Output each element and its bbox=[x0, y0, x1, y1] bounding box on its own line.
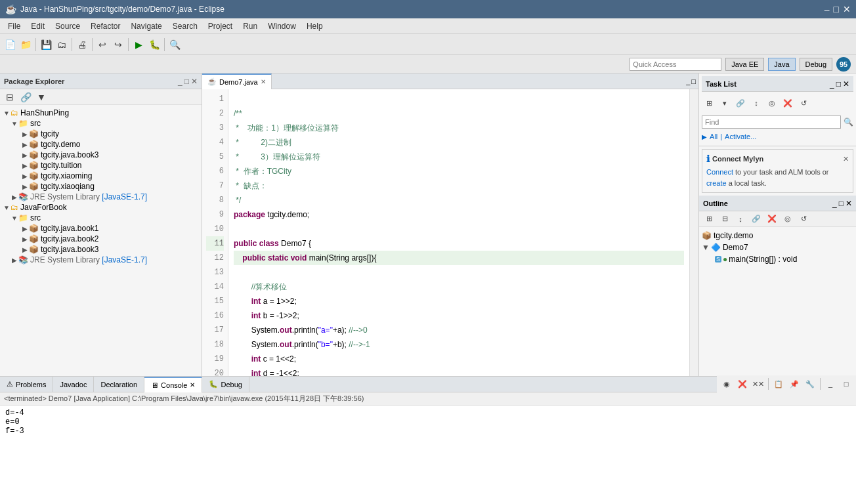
tree-item-src2[interactable]: ▼ 📁 src bbox=[0, 213, 202, 223]
arrow-src2[interactable]: ▼ bbox=[11, 215, 18, 222]
tree-item-book2[interactable]: ▶ 📦 tgcity.java.book2 bbox=[0, 234, 202, 244]
editor-scroll-inner[interactable]: 1 2 3 4 5 6 7 8 9 10 11 12 13 bbox=[202, 89, 689, 376]
ol-controls[interactable]: _ □ ✕ bbox=[832, 199, 852, 208]
bt-btn3[interactable]: ✕✕ bbox=[751, 377, 765, 391]
toolbar-debug[interactable]: 🐛 bbox=[147, 37, 161, 52]
arrow-jre2[interactable]: ▶ bbox=[11, 257, 18, 264]
ol-btn3[interactable]: ↕ bbox=[733, 212, 748, 226]
tl-close[interactable]: ✕ bbox=[843, 79, 849, 89]
arrow-jre1[interactable]: ▶ bbox=[11, 194, 18, 201]
editor-tab-close[interactable]: ✕ bbox=[261, 78, 266, 85]
console-tab-close[interactable]: ✕ bbox=[190, 381, 195, 388]
arrow-book3b[interactable]: ▶ bbox=[21, 246, 29, 253]
arrow-tgcity-book3[interactable]: ▶ bbox=[21, 152, 29, 159]
tree-item-tgcity-tuition[interactable]: ▶ 📦 tgcity.tuition bbox=[0, 160, 202, 171]
menu-file[interactable]: File bbox=[3, 20, 26, 32]
ol-btn7[interactable]: ↺ bbox=[796, 212, 811, 226]
arrow-tgcity-xiaoqiang[interactable]: ▶ bbox=[21, 183, 29, 190]
tab-javadoc[interactable]: Javadoc bbox=[53, 377, 94, 392]
ol-item-main[interactable]: S ● main(String[]) : void bbox=[702, 253, 853, 265]
toolbar-redo[interactable]: ↪ bbox=[111, 37, 125, 52]
tl-find-icon[interactable]: 🔍 bbox=[844, 117, 853, 127]
pe-minimize[interactable]: _ bbox=[178, 77, 182, 86]
ol-btn2[interactable]: ⊟ bbox=[717, 212, 732, 226]
tree-item-tgcity-xiaoqiang[interactable]: ▶ 📦 tgcity.xiaoqiang bbox=[0, 181, 202, 192]
ol-item-demo7[interactable]: ▼ 🔷 Demo7 bbox=[702, 242, 853, 253]
tl-btn7[interactable]: ↺ bbox=[796, 96, 811, 110]
toolbar-new[interactable]: 📄 bbox=[3, 37, 17, 52]
cm-create-link[interactable]: create bbox=[706, 179, 727, 187]
tab-console[interactable]: 🖥 Console ✕ bbox=[144, 377, 202, 392]
arrow-tgcity[interactable]: ▶ bbox=[21, 131, 29, 138]
pe-collapse[interactable]: ⊟ bbox=[3, 90, 17, 104]
tree-item-javaforbook[interactable]: ▼ 🗂 JavaForBook bbox=[0, 202, 202, 213]
bt-btn4[interactable]: 📋 bbox=[771, 377, 786, 391]
editor-maximize[interactable]: □ bbox=[691, 77, 696, 85]
editor-minimize[interactable]: _ bbox=[686, 77, 690, 85]
ol-btn1[interactable]: ⊞ bbox=[702, 212, 716, 226]
menu-edit[interactable]: Edit bbox=[26, 20, 50, 32]
arrow-book1[interactable]: ▶ bbox=[21, 225, 29, 232]
perspective-java[interactable]: Java bbox=[768, 58, 795, 71]
toolbar-save[interactable]: 💾 bbox=[39, 37, 53, 52]
ol-btn4[interactable]: 🔗 bbox=[749, 212, 763, 226]
perspective-javaee[interactable]: Java EE bbox=[725, 58, 764, 71]
tl-btn2[interactable]: ▾ bbox=[717, 96, 732, 110]
tl-find-input[interactable] bbox=[702, 116, 841, 129]
pe-menu[interactable]: ▼ bbox=[34, 90, 49, 104]
tree-item-src1[interactable]: ▼ 📁 src bbox=[0, 118, 202, 129]
tl-btn4[interactable]: ↕ bbox=[749, 96, 763, 110]
arrow-tgcity-demo[interactable]: ▶ bbox=[21, 141, 29, 148]
cm-connect-link[interactable]: Connect bbox=[706, 168, 733, 176]
toolbar-save-all[interactable]: 🗂 bbox=[54, 37, 69, 52]
tree-item-jre2[interactable]: ▶ 📚 JRE System Library [JavaSE-1.7] bbox=[0, 255, 202, 265]
tl-controls[interactable]: _ □ ✕ bbox=[830, 79, 849, 89]
bt-btn6[interactable]: 🔧 bbox=[803, 377, 817, 391]
bt-minimize[interactable]: _ bbox=[823, 377, 838, 391]
bt-maximize[interactable]: □ bbox=[839, 377, 853, 391]
window-controls[interactable]: – □ ✕ bbox=[824, 4, 851, 14]
ol-btn5[interactable]: ❌ bbox=[765, 212, 779, 226]
menu-search[interactable]: Search bbox=[167, 20, 203, 32]
tree-item-book1[interactable]: ▶ 📦 tgcity.java.book1 bbox=[0, 223, 202, 234]
menu-source[interactable]: Source bbox=[50, 20, 85, 32]
tree-item-tgcity-book3[interactable]: ▶ 📦 tgcity.java.book3 bbox=[0, 150, 202, 160]
tree-item-tgcity[interactable]: ▶ 📦 tgcity bbox=[0, 129, 202, 139]
menu-run[interactable]: Run bbox=[238, 20, 263, 32]
arrow-javaforbook[interactable]: ▼ bbox=[3, 204, 11, 211]
tree-item-tgcity-xiaoming[interactable]: ▶ 📦 tgcity.xiaoming bbox=[0, 171, 202, 181]
toolbar-search[interactable]: 🔍 bbox=[167, 37, 182, 52]
tl-btn3[interactable]: 🔗 bbox=[733, 96, 748, 110]
tl-minimize[interactable]: _ bbox=[830, 79, 834, 89]
tab-declaration[interactable]: Declaration bbox=[94, 377, 144, 392]
arrow-tgcity-xiaoming[interactable]: ▶ bbox=[21, 173, 29, 180]
arrow-tgcity-tuition[interactable]: ▶ bbox=[21, 162, 29, 169]
tab-debug[interactable]: 🐛 Debug bbox=[202, 377, 249, 392]
pe-tab-controls[interactable]: _ □ ✕ bbox=[178, 77, 198, 86]
bt-btn1[interactable]: ◉ bbox=[719, 377, 734, 391]
arrow-src1[interactable]: ▼ bbox=[11, 120, 18, 127]
bt-btn5[interactable]: 📌 bbox=[787, 377, 802, 391]
minimize-button[interactable]: – bbox=[824, 4, 830, 14]
ol-demo7-arrow[interactable]: ▼ bbox=[702, 243, 710, 252]
tl-maximize[interactable]: □ bbox=[836, 79, 841, 89]
bt-btn2[interactable]: ❌ bbox=[735, 377, 750, 391]
tl-btn5[interactable]: ◎ bbox=[765, 96, 779, 110]
editor-tab-demo7[interactable]: ☕ Demo7.java ✕ bbox=[202, 74, 272, 89]
ol-maximize[interactable]: □ bbox=[839, 199, 844, 208]
pe-maximize[interactable]: □ bbox=[184, 77, 189, 86]
menu-project[interactable]: Project bbox=[203, 20, 238, 32]
maximize-button[interactable]: □ bbox=[834, 4, 839, 14]
perspective-debug[interactable]: Debug bbox=[800, 58, 832, 71]
quick-access-input[interactable] bbox=[630, 58, 721, 71]
tl-all-link[interactable]: All bbox=[710, 133, 717, 140]
menu-refactor[interactable]: Refactor bbox=[85, 20, 125, 32]
toolbar-run[interactable]: ▶ bbox=[131, 37, 146, 52]
tree-item-book3b[interactable]: ▶ 📦 tgcity.java.book3 bbox=[0, 244, 202, 255]
tl-btn6[interactable]: ❌ bbox=[781, 96, 795, 110]
menu-help[interactable]: Help bbox=[301, 20, 328, 32]
tl-activate-link[interactable]: Activate... bbox=[725, 133, 756, 140]
editor-scrollbar[interactable] bbox=[689, 89, 698, 376]
ol-minimize[interactable]: _ bbox=[832, 199, 837, 208]
tab-problems[interactable]: ⚠ Problems bbox=[0, 377, 53, 392]
